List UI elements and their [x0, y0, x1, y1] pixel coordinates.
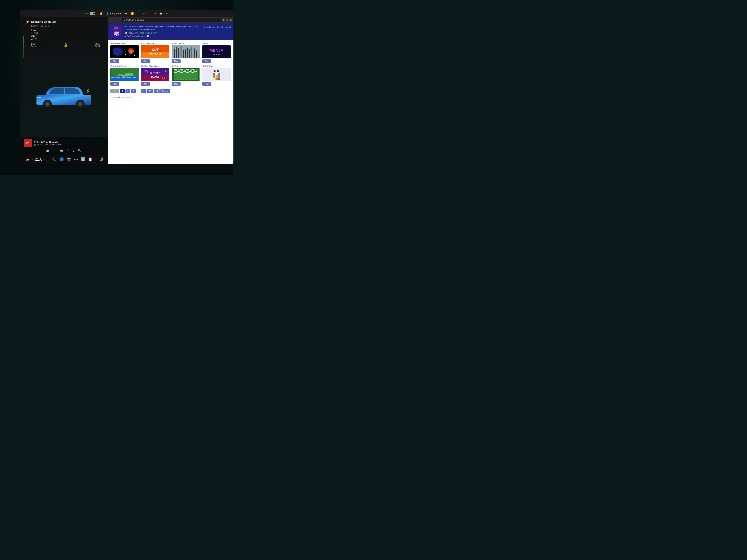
cut-the-rope-preview: CUT the ROPE	[141, 45, 170, 58]
easy-entry-label: 👤 Easy Entry	[106, 12, 122, 15]
play-button-track-not-found[interactable]: Play	[110, 82, 119, 86]
pause-button[interactable]: ⏸	[53, 149, 56, 153]
page-1-button[interactable]: 1	[120, 89, 125, 93]
svg-rect-25	[174, 49, 175, 58]
svg-text:♟: ♟	[174, 70, 176, 71]
charge-power: 1 kW	[31, 29, 104, 31]
game-title-bubble-blast: Bubble Blast Game	[141, 65, 170, 67]
track-not-found-preview	[110, 68, 139, 81]
open-frunk-button[interactable]: Open Frunk	[31, 43, 36, 47]
play-button-cut-the-rope[interactable]: Play	[141, 59, 150, 63]
svg-rect-97	[218, 78, 220, 80]
info-icon[interactable]: ℹ️	[81, 157, 85, 161]
gamezone-nav: Contributors GitHub About	[204, 25, 231, 28]
svg-text:♙: ♙	[183, 78, 184, 80]
svg-text:♙: ♙	[174, 78, 176, 80]
equalizer-button[interactable]: ⫶	[73, 149, 74, 152]
more-icon[interactable]: •••	[74, 157, 78, 161]
page-24-button[interactable]: 24	[154, 89, 160, 93]
battery-percentage: 65 %	[84, 12, 89, 15]
phone-icon[interactable]: 📞	[52, 157, 57, 161]
browser-menu-button[interactable]: ≡	[230, 19, 232, 22]
footer-text: Built with ❤️ by APIRobots	[110, 97, 132, 99]
page-2-button[interactable]: 2	[126, 89, 130, 93]
menu-icon-bottom[interactable]: 📋	[88, 157, 93, 161]
page-3-button[interactable]: 3	[131, 89, 136, 93]
next-button[interactable]: ⏭	[60, 149, 63, 152]
svg-rect-33	[191, 47, 192, 58]
svg-rect-69	[186, 72, 188, 73]
favorite-button[interactable]: ♡	[67, 149, 69, 152]
rubiks-preview: 0:00	[202, 68, 231, 81]
svg-text:★★★: ★★★	[213, 53, 220, 56]
bookmark-button[interactable]: ☆	[226, 19, 229, 22]
play-button-bubble-blast[interactable]: Play	[141, 82, 150, 86]
github-link[interactable]: GitHub	[217, 26, 223, 28]
svg-point-19	[124, 50, 124, 50]
game-thumb-rabbit-rush	[172, 45, 200, 58]
track-title: Refresh Your Sounds	[34, 141, 62, 143]
car-svg: ⚡	[33, 78, 95, 107]
bubble-blast-preview: BUBBLE BLAST	[141, 68, 170, 81]
bottom-left: 🚗 ◁ 21.0 ▷	[26, 157, 45, 162]
prev-page-button[interactable]: < Prev	[110, 89, 119, 93]
game-card-track-not-found: Track Not Found	[110, 65, 139, 86]
play-button-menja[interactable]: Play	[202, 59, 211, 63]
svg-text:♙: ♙	[195, 78, 196, 80]
trunk-label: Trunk	[95, 45, 100, 47]
logo-gamepad-icon: 🎮	[114, 26, 119, 30]
svg-text:♟: ♟	[195, 70, 196, 71]
planet-defense-preview	[110, 45, 139, 58]
forward-button[interactable]: →	[118, 19, 120, 22]
left-panel: ⚡ Charging Complete Charge Limit: 65% 1 …	[20, 17, 108, 164]
page-23-button[interactable]: 23	[147, 89, 153, 93]
svg-rect-8	[37, 97, 41, 98]
play-button-ai-chess[interactable]: Play	[172, 82, 181, 86]
weather-icon: ⛅	[159, 12, 162, 15]
game-card-menja: Menja MENJA ★★★ Play	[202, 42, 231, 63]
browser-content: 🎮 Tesla GAME ZONE Tesla Game Zone is a w…	[108, 23, 233, 164]
media-controls: ⏮ ⏸ ⏭ ♡ ⫶ 🔍	[24, 149, 104, 153]
frunk-label: Frunk	[31, 45, 36, 47]
svg-rect-11	[111, 45, 138, 58]
charge-voltage: 236 V	[31, 37, 104, 40]
car-icon-bottom: 🚗	[26, 157, 29, 161]
open-trunk-label: Open	[95, 43, 100, 45]
record-icon: ⏺	[125, 12, 127, 15]
play-button-planet-defense[interactable]: Play	[110, 59, 119, 63]
menja-preview: MENJA ★★★	[202, 45, 231, 58]
volume-icon[interactable]: 🔊	[100, 157, 104, 161]
svg-rect-35	[196, 51, 197, 58]
search-button[interactable]: 🔍	[78, 149, 81, 152]
svg-point-16	[121, 48, 121, 49]
media-thumbnail: VR	[24, 139, 32, 147]
svg-text:CUT: CUT	[152, 48, 159, 52]
expand-button[interactable]: ⤡	[109, 19, 112, 22]
about-link[interactable]: About	[225, 26, 231, 28]
charging-indicator: ⚡ Charging Complete	[26, 20, 104, 24]
charging-title: Charging Complete	[31, 20, 56, 23]
url-bar[interactable]: ⇄ tesla.apirobots.pro	[122, 18, 221, 22]
bluetooth-icon[interactable]: 🔵	[59, 157, 64, 161]
svg-text:the ROPE: the ROPE	[149, 52, 161, 55]
contributors-link[interactable]: Contributors	[204, 26, 215, 28]
svg-text:♟: ♟	[192, 70, 193, 71]
pagination: < Prev 1 2 3 ... 22 23 24 Next >	[108, 88, 233, 95]
svg-point-13	[113, 48, 120, 55]
logo-tesla-text: Tesla	[114, 30, 119, 32]
camera-icon[interactable]: 📷	[67, 157, 71, 161]
play-button-rabbit-rush[interactable]: Play	[172, 59, 181, 63]
games-section: Planet Defense	[108, 40, 233, 88]
back-button[interactable]: ←	[113, 19, 116, 22]
open-trunk-button[interactable]: Open Trunk	[95, 43, 100, 47]
next-page-button[interactable]: Next >	[160, 89, 170, 93]
game-title-menja: Menja	[202, 42, 231, 45]
car-visual: ⚡	[33, 78, 95, 107]
page-22-button[interactable]: 22	[140, 89, 147, 93]
bottom-bar: 🚗 ◁ 21.0 ▷ 📞 🔵 📷 ••• ℹ️ 📋 🔊	[20, 155, 108, 164]
play-button-rubiks-solver[interactable]: Play	[202, 82, 211, 86]
prev-button[interactable]: ⏮	[46, 149, 49, 152]
svg-point-7	[79, 103, 81, 105]
refresh-button[interactable]: ↻	[223, 19, 225, 22]
game-title-ai-chess: AI Chess	[172, 65, 200, 67]
